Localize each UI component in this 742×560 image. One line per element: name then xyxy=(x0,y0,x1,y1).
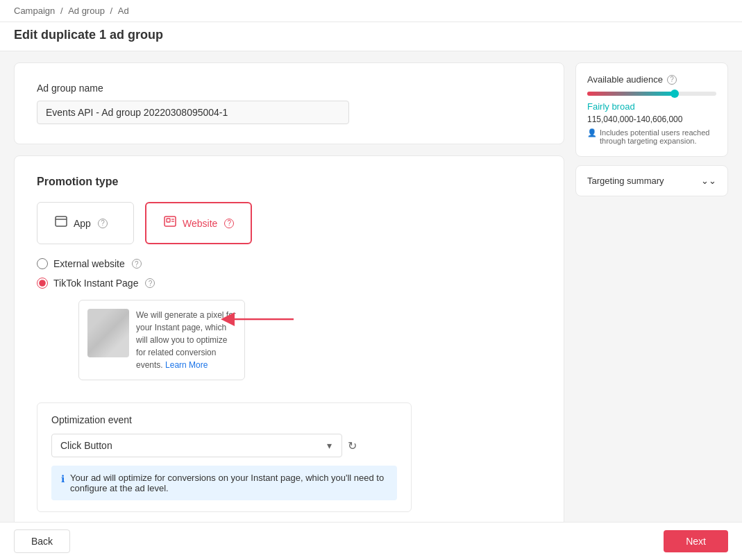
breadcrumb-separator-2: / xyxy=(110,6,115,16)
info-circle-icon: ℹ xyxy=(61,473,65,484)
app-label: App xyxy=(74,218,91,229)
svg-rect-3 xyxy=(167,219,170,222)
tiktok-instant-page-option[interactable]: TikTok Instant Page ? xyxy=(37,278,541,289)
breadcrumb-ad-group: Ad group xyxy=(68,6,105,16)
audience-range: 115,040,000-140,606,000 xyxy=(587,114,716,124)
website-sub-options: External website ? TikTok Instant Page ? xyxy=(37,258,541,289)
next-button[interactable]: Next xyxy=(664,530,728,552)
refresh-icon[interactable]: ↻ xyxy=(348,439,357,452)
promo-website-option[interactable]: Website ? xyxy=(145,202,252,244)
optimization-info-text: Your ad will optimize for conversions on… xyxy=(70,473,387,493)
ad-group-name-label: Ad group name xyxy=(37,83,541,94)
audience-help-icon[interactable]: ? xyxy=(667,75,677,85)
targeting-summary-title: Targeting summary xyxy=(587,176,664,186)
audience-note: 👤 Includes potential users reached throu… xyxy=(587,128,716,145)
targeting-summary-card: Targeting summary ⌄⌄ xyxy=(575,165,728,196)
targeting-summary-expand-icon[interactable]: ⌄⌄ xyxy=(701,176,716,186)
external-website-help-icon[interactable]: ? xyxy=(132,259,142,269)
breadcrumb-separator-1: / xyxy=(60,6,65,16)
promo-app-option[interactable]: App ? xyxy=(37,202,134,244)
optimization-event-select-wrapper: Click Button ▾ ↻ xyxy=(51,434,357,457)
ad-group-name-input[interactable] xyxy=(37,101,349,124)
breadcrumb-campaign: Campaign xyxy=(14,6,55,16)
optimization-event-section: Optimization event Click Button ▾ ↻ ℹ Yo… xyxy=(37,402,412,512)
audience-status: Fairly broad xyxy=(587,101,716,112)
tiktok-instant-page-radio[interactable] xyxy=(37,278,48,289)
breadcrumb: Campaign / Ad group / Ad xyxy=(0,0,742,22)
back-button[interactable]: Back xyxy=(14,529,70,553)
external-website-radio[interactable] xyxy=(37,258,48,269)
breadcrumb-ad: Ad xyxy=(118,6,129,16)
user-icon: 👤 xyxy=(587,128,597,137)
available-audience-title: Available audience ? xyxy=(587,74,716,85)
website-help-icon[interactable]: ? xyxy=(224,219,234,228)
website-label: Website xyxy=(183,218,217,229)
audience-bar xyxy=(587,92,716,96)
audience-bar-dot xyxy=(671,90,679,98)
app-help-icon[interactable]: ? xyxy=(98,219,108,228)
tiktok-instant-page-label: TikTok Instant Page xyxy=(53,278,138,289)
instant-page-preview-image xyxy=(87,309,129,357)
targeting-summary-header: Targeting summary ⌄⌄ xyxy=(587,176,716,186)
bottom-bar: Back Next xyxy=(0,522,742,560)
available-audience-card: Available audience ? Fairly broad 115,04… xyxy=(575,62,728,157)
optimization-event-select[interactable]: Click Button xyxy=(51,434,342,457)
learn-more-link[interactable]: Learn More xyxy=(165,360,208,370)
website-icon xyxy=(163,214,177,232)
audience-bar-fill xyxy=(587,92,677,96)
page-title: Edit duplicate 1 ad group xyxy=(0,22,742,51)
red-arrow-indicator xyxy=(217,311,301,328)
promotion-type-title: Promotion type xyxy=(37,176,541,188)
optimization-event-label: Optimization event xyxy=(51,414,397,425)
right-sidebar: Available audience ? Fairly broad 115,04… xyxy=(575,62,728,196)
promotion-options: App ? Website ? xyxy=(37,202,541,244)
external-website-option[interactable]: External website ? xyxy=(37,258,541,269)
app-icon xyxy=(54,214,68,232)
optimization-info-banner: ℹ Your ad will optimize for conversions … xyxy=(51,466,397,500)
ad-group-name-card: Ad group name xyxy=(14,62,564,144)
promotion-type-card: Promotion type App ? xyxy=(14,155,564,532)
svg-rect-0 xyxy=(56,217,67,226)
tiktok-instant-page-help-icon[interactable]: ? xyxy=(145,278,155,288)
external-website-label: External website xyxy=(53,258,125,269)
